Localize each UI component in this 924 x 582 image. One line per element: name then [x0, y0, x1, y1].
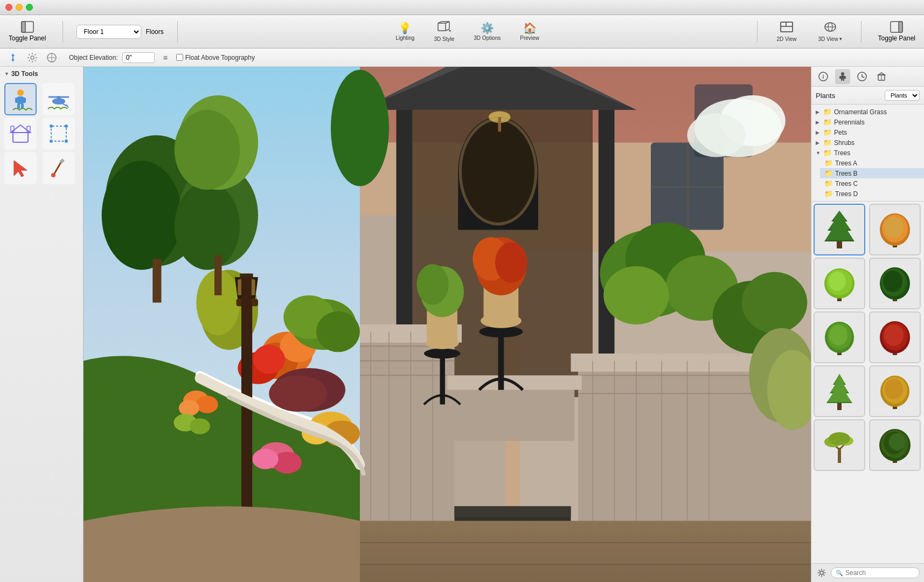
search-icon: 🔍	[836, 570, 843, 577]
svg-point-211	[884, 324, 904, 346]
separator-3	[757, 21, 758, 43]
search-input[interactable]	[845, 569, 915, 577]
move-tool-button[interactable]	[5, 50, 20, 65]
3d-style-button[interactable]: ▾ 3D Style	[429, 19, 458, 44]
3d-tools-title: 3D Tools	[0, 67, 83, 81]
svg-rect-212	[837, 402, 842, 410]
tool-cursor[interactable]	[4, 152, 37, 184]
svg-rect-10	[781, 22, 786, 26]
tool-dropper[interactable]	[43, 152, 75, 184]
preview-icon: 🏠	[523, 23, 537, 33]
plant-thumb-7[interactable]	[814, 365, 865, 417]
figure-icon-button[interactable]	[835, 69, 850, 84]
settings-gear-button[interactable]	[816, 567, 828, 579]
close-button[interactable]	[5, 4, 12, 11]
svg-point-229	[889, 433, 905, 451]
plant-thumb-10[interactable]	[869, 419, 921, 471]
plant-thumb-8[interactable]	[869, 365, 921, 417]
svg-point-203	[883, 271, 902, 292]
settings-tool-button[interactable]	[25, 50, 40, 65]
svg-marker-191	[825, 211, 853, 240]
floors-select[interactable]: Floor 1	[77, 25, 141, 39]
svg-rect-97	[455, 507, 571, 517]
ornamental-grass-folder-icon: 📁	[823, 108, 832, 116]
plant-thumb-2[interactable]	[869, 204, 921, 255]
search-box[interactable]: 🔍	[831, 567, 920, 578]
toggle-panel-right-button[interactable]: Toggle Panel	[875, 19, 919, 44]
garden-scene-svg	[84, 67, 811, 582]
info-icon-button[interactable]: i	[816, 69, 831, 84]
plant-thumbnails	[811, 202, 924, 563]
plant-thumb-9[interactable]	[814, 419, 865, 471]
svg-point-124	[269, 376, 327, 412]
maximize-button[interactable]	[26, 4, 33, 11]
svg-rect-179	[839, 76, 842, 79]
svg-rect-27	[17, 103, 20, 109]
right-panel-icons: i	[811, 67, 924, 87]
elevation-input[interactable]	[122, 52, 155, 63]
tool-person[interactable]	[4, 83, 37, 115]
float-checkbox[interactable]	[176, 54, 183, 61]
float-checkbox-label[interactable]: Float Above Topography	[176, 54, 255, 61]
category-pets[interactable]: ▶ 📁 Pets	[811, 127, 924, 137]
svg-point-132	[102, 161, 182, 270]
svg-point-177	[841, 72, 844, 75]
3d-view-label: 3D View	[818, 36, 838, 42]
plant-thumb-6[interactable]	[869, 311, 921, 363]
svg-rect-2	[438, 23, 446, 31]
minimize-button[interactable]	[16, 4, 23, 11]
plants-dropdown[interactable]: Plants	[885, 90, 920, 101]
plant-thumb-5[interactable]	[814, 311, 865, 363]
svg-rect-17	[899, 22, 902, 32]
category-perennials[interactable]: ▶ 📁 Perennials	[811, 117, 924, 127]
svg-marker-18	[11, 53, 15, 62]
trees-d-folder-icon: 📁	[824, 190, 833, 198]
list-view-button[interactable]: ≡	[159, 51, 172, 64]
2d-view-button[interactable]: 2D View	[771, 19, 802, 44]
shrubs-folder-icon: 📁	[823, 138, 832, 147]
tool-structure[interactable]	[4, 117, 37, 150]
trees-b-label: Trees B	[835, 170, 858, 177]
category-trees[interactable]: ▼ 📁 Trees	[811, 148, 924, 158]
tools-grid	[0, 81, 83, 186]
svg-rect-182	[843, 79, 845, 81]
plants-label: Plants	[816, 92, 885, 100]
category-trees-a[interactable]: 📁 Trees A	[820, 158, 924, 168]
shape-tool-button[interactable]	[44, 50, 59, 65]
3d-view-button[interactable]: 3D View ▾	[813, 19, 847, 44]
svg-point-23	[17, 89, 24, 96]
box-icon-button[interactable]	[874, 69, 889, 84]
trees-folder-icon: 📁	[823, 149, 832, 157]
svg-text:i: i	[823, 74, 824, 80]
svg-point-135	[175, 183, 240, 270]
left-panel: 3D Tools	[0, 67, 84, 582]
svg-point-46	[51, 173, 55, 177]
preview-button[interactable]: 🏠 Preview	[516, 20, 544, 43]
3d-style-icon: ▾	[437, 21, 451, 34]
lighting-button[interactable]: 💡 Lighting	[391, 20, 419, 43]
svg-point-138	[175, 110, 240, 190]
svg-point-39	[50, 124, 53, 128]
svg-line-185	[862, 77, 864, 78]
tool-helicopter[interactable]	[43, 83, 75, 115]
category-shrubs[interactable]: ▶ 📁 Shrubs	[811, 137, 924, 148]
perennials-arrow: ▶	[816, 120, 821, 125]
category-trees-c[interactable]: 📁 Trees C	[820, 178, 924, 189]
svg-point-64	[462, 121, 534, 223]
plant-thumb-3[interactable]	[814, 258, 865, 309]
3d-options-button[interactable]: ⚙️ 3D Options	[469, 20, 505, 43]
tool-select-box[interactable]	[43, 117, 75, 150]
plant-thumb-1[interactable]	[814, 204, 865, 255]
plant-thumb-4[interactable]	[869, 258, 921, 309]
trees-c-folder-icon: 📁	[824, 179, 833, 188]
svg-rect-219	[838, 448, 841, 463]
category-trees-d[interactable]: 📁 Trees D	[820, 189, 924, 199]
svg-rect-9	[781, 22, 793, 32]
category-ornamental-grass[interactable]: ▶ 📁 Ornamental Grass	[811, 107, 924, 117]
3d-options-icon: ⚙️	[481, 23, 494, 33]
canvas-area[interactable]	[84, 67, 811, 582]
category-trees-b[interactable]: 📁 Trees B	[820, 168, 924, 178]
clock-icon-button[interactable]	[854, 69, 870, 84]
toggle-panel-left-button[interactable]: Toggle Panel	[5, 19, 49, 44]
trees-a-folder-icon: 📁	[824, 159, 833, 167]
